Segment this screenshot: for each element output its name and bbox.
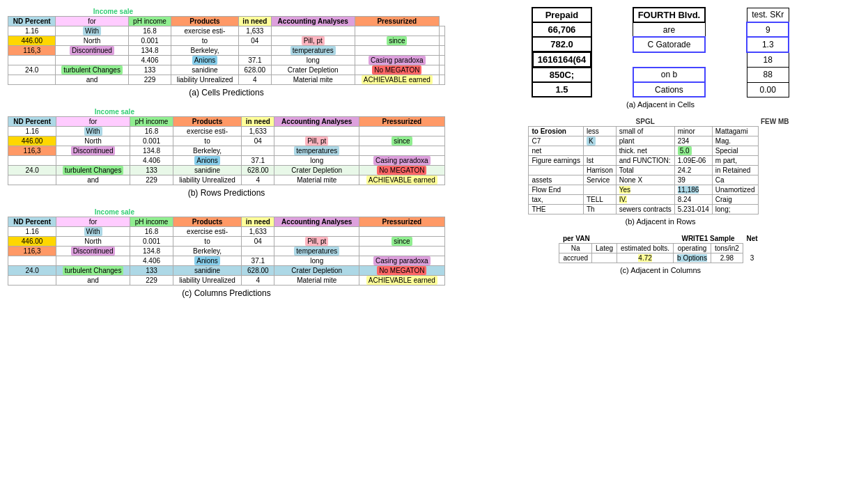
cell: 5.231-014 (674, 205, 712, 214)
cell: 229 (130, 175, 173, 185)
cell: exercise esti- (173, 127, 241, 136)
col-per-van: per VAN (559, 234, 617, 244)
cell: North (56, 237, 130, 247)
cell: since (359, 136, 444, 146)
cell: liability Unrealized (171, 75, 238, 85)
cell: Figure earnings (529, 156, 583, 166)
cell: 04 (239, 36, 272, 46)
col-c-accounting: Accounting Analyses (274, 217, 359, 227)
col-ph-income: pH income (129, 17, 171, 26)
table-row: to Erosion less small of minor Mattagami (529, 127, 792, 136)
cell: Berkeley, (173, 247, 241, 256)
cell-spacer2 (705, 37, 747, 52)
cell: sanidine (171, 65, 238, 75)
cell: temperatures (271, 46, 355, 56)
cell: 4 (242, 175, 274, 185)
cell (439, 46, 444, 56)
cell: and FUNCTION: (616, 156, 674, 166)
table-row: 24.0 turbulent Changes 133 sanidine 628.… (8, 266, 444, 276)
cell: ACHIEVABLE earned (359, 175, 444, 185)
col-for: for (55, 17, 128, 26)
cell: Crater Depletion (274, 166, 359, 175)
table-row: and 229 liability Unrealized 4 Material … (8, 175, 444, 185)
table-row: Prepaid FOURTH Blvd. test. SKr (532, 8, 789, 22)
cell: No MEGATON (359, 166, 444, 175)
cell: None X (616, 175, 674, 185)
table-row: 1.5 Cations 0.00 (532, 82, 789, 97)
cell: 1,633 (242, 227, 274, 237)
cell (274, 227, 359, 237)
table-row: SPGL FEW MB (529, 117, 792, 127)
cell: With (55, 26, 128, 36)
cell-66706: 66,706 (532, 22, 591, 37)
cell: 628.00 (239, 65, 272, 75)
rows-predictions-label: (b) Rows Predictions (3, 188, 449, 198)
cell: Pill, pt (274, 237, 359, 247)
cell: ACHIEVABLE earned (355, 75, 439, 85)
cell (359, 247, 444, 256)
table-row: 782.0 C Gatorade 1.3 (532, 37, 789, 52)
cell: With (56, 127, 130, 136)
cell-spacer (591, 22, 633, 37)
cell: Unamortized (712, 185, 758, 195)
cell: 1,633 (239, 26, 272, 36)
col-accounting: Accounting Analyses (271, 17, 355, 26)
cell (239, 46, 272, 56)
cell: Harrison (583, 166, 616, 175)
adjacent-cells-label: (a) Adjacent in Cells (456, 100, 865, 109)
cell (242, 247, 274, 256)
cells-predictions-section: Income sale ND Percent for pH income Pro… (3, 7, 449, 97)
col-in-need: in need (239, 17, 272, 26)
cell: 0.001 (130, 237, 173, 247)
col-b-products: Products (173, 117, 241, 127)
cell: ACHIEVABLE earned (359, 276, 444, 286)
cell (359, 146, 444, 156)
table-row: assets Service None X 39 Ca (529, 175, 792, 185)
table-row: 850C; on b 88 (532, 68, 789, 83)
cell (355, 46, 439, 56)
cell-15: 1.5 (532, 82, 591, 97)
cell: Flow End (529, 185, 583, 195)
cell: Casing paradoxa (355, 56, 439, 65)
cell: 1.16 (8, 227, 56, 237)
cell (8, 276, 56, 286)
col-est-bolts: estimated bolts. (617, 244, 674, 253)
adjacent-columns-table: per VAN WRITE1 Sample Net Na Lateg estim… (559, 234, 761, 263)
cell: Craig (712, 195, 758, 205)
cell-test-skr: test. SKr (747, 8, 789, 22)
cell: 1,633 (242, 127, 274, 136)
col-b-nd-percent: ND Percent (8, 117, 56, 127)
cell: 133 (130, 266, 173, 276)
cell: 04 (242, 237, 274, 247)
table-row: accrued 4.72 b Options 2.98 3 (559, 253, 761, 263)
header-income-sale-b: Income sale (56, 107, 173, 117)
col-mattagami: Mattagami (712, 127, 758, 136)
cell: Total (616, 166, 674, 175)
cell: No MEGATON (359, 266, 444, 276)
cell: 229 (130, 276, 173, 286)
cell: Special (712, 146, 758, 156)
cell (529, 166, 583, 175)
cell: Discontinued (55, 46, 128, 56)
cell: Material mite (271, 75, 355, 85)
cell: 116,3 (8, 46, 56, 56)
adjacent-columns-section: per VAN WRITE1 Sample Net Na Lateg estim… (456, 234, 865, 277)
cell: 24.0 (8, 266, 56, 276)
cell: 37.1 (242, 256, 274, 266)
cell-3: 3 (743, 253, 761, 263)
cell-spacer (591, 82, 633, 97)
cell: TELL (583, 195, 616, 205)
cell: 1.16 (8, 127, 56, 136)
cell: and (56, 175, 130, 185)
table-row: 116,3 Discontinued 134.8 Berkeley, tempe… (8, 46, 444, 56)
cells-predictions-table: Income sale ND Percent for pH income Pro… (8, 7, 444, 85)
cell: K (583, 136, 616, 146)
cell: THE (529, 205, 583, 214)
cell: 16.8 (129, 26, 171, 36)
cell-spacer (591, 37, 633, 52)
cell-spacer (591, 8, 633, 22)
table-row: 4.406 Anions 37.1 long Casing paradoxa (8, 156, 444, 166)
table-row: Figure earnings lst and FUNCTION: 1.09E-… (529, 156, 792, 166)
cell (583, 146, 616, 156)
table-row: 116,3 Discontinued 134.8 Berkeley, tempe… (8, 247, 444, 256)
